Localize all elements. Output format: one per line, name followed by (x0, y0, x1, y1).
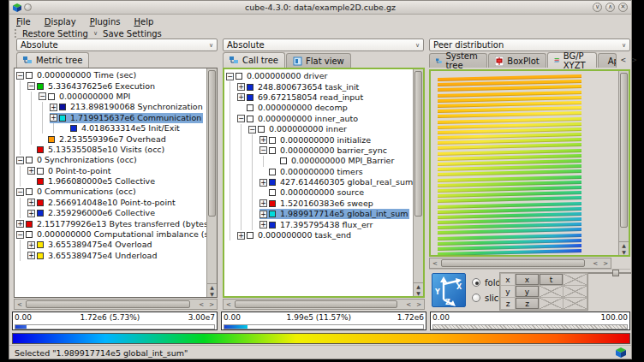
tree-row[interactable]: −0 Synchronizations (occ) (16, 155, 206, 165)
window-menu-icon[interactable] (24, 3, 32, 11)
title-bar[interactable]: cube-4.3.0: data/example2D.cube.gz ∨ ∧ ✕ (9, 1, 631, 15)
tree-row[interactable]: 0.000000000 source (226, 187, 413, 198)
slice-radio[interactable] (472, 294, 480, 302)
expand-icon[interactable]: + (237, 232, 245, 240)
tree-row[interactable]: 2.253559396e7 Overhead (16, 134, 206, 144)
expand-icon[interactable]: + (50, 114, 57, 122)
scroll-down-icon[interactable]: ▼ (210, 291, 214, 298)
restore-setting-button[interactable]: Restore Setting (22, 29, 88, 39)
scroll-up-icon[interactable]: ▲ (210, 284, 214, 291)
tree-row[interactable]: +0.000000000 initialize (226, 134, 413, 145)
expand-icon[interactable]: + (27, 210, 35, 217)
metric-vertical-scrollbar[interactable]: ▲▼ (206, 68, 217, 297)
tree-row[interactable]: 4.018633314e5 Init/Exit (16, 123, 206, 134)
tree-row[interactable]: +69.672158054 read_input (226, 92, 413, 103)
scroll-left-icon[interactable]: < (15, 301, 25, 308)
collapse-icon[interactable]: − (16, 231, 24, 239)
tree-row[interactable]: −0.000000000 inner (226, 124, 413, 134)
scroll-left-icon[interactable]: < (403, 301, 414, 308)
collapse-icon[interactable]: − (39, 92, 46, 100)
save-settings-button[interactable]: Save Settings (103, 29, 162, 39)
tab-flat-view[interactable]: Flat view (286, 53, 351, 68)
call-vertical-scrollbar[interactable]: ▲▼ (413, 69, 423, 296)
menu-help[interactable]: Help (134, 17, 153, 27)
topology-view[interactable] (431, 71, 618, 255)
call-value-mode-combobox[interactable]: Absolute∨ (223, 39, 424, 51)
scroll-right-icon[interactable]: > (600, 260, 611, 267)
collapse-icon[interactable]: − (226, 73, 234, 80)
metric-value-mode-combobox[interactable]: Absolute∨ (16, 39, 218, 51)
tree-row[interactable]: +0.000000000 task_end (226, 230, 413, 240)
fold-radio[interactable] (472, 278, 480, 287)
tree-row[interactable]: 5.135355085e10 Visits (occ) (16, 145, 206, 155)
scroll-right-icon[interactable]: > (414, 301, 424, 308)
restore-setting-dropdown-icon[interactable]: ∨ (93, 30, 98, 37)
tab-bgp-xyzt[interactable]: BG/P XYZT (547, 52, 597, 68)
tree-row[interactable]: +427.614460305 global_real_sum (226, 177, 413, 187)
minimize-button[interactable]: ∨ (593, 3, 602, 12)
tab-scroll-right-icon[interactable]: > (629, 56, 639, 65)
expand-icon[interactable]: + (237, 83, 245, 91)
scroll-left-icon[interactable]: < (196, 301, 206, 308)
tab-system-tree[interactable]: System tree (429, 53, 487, 68)
expand-icon[interactable]: + (27, 167, 35, 175)
tree-row[interactable]: 0.000000000 timers (226, 167, 413, 177)
cube-status-icon[interactable] (616, 347, 626, 358)
tree-row[interactable]: −0.000000000 Computational imbalance (se… (16, 229, 206, 240)
dim-button-z[interactable]: z (516, 298, 539, 309)
tree-row[interactable]: −0 Communications (occ) (16, 187, 206, 197)
expand-icon[interactable]: + (50, 104, 57, 111)
menu-plugins[interactable]: Plugins (90, 17, 121, 27)
menu-file[interactable]: File (16, 17, 31, 27)
call-horizontal-scrollbar[interactable]: < < > (223, 299, 425, 310)
tree-row[interactable]: +1.989917714e5 global_int_sum (226, 209, 413, 219)
collapse-icon[interactable]: − (16, 188, 24, 196)
collapse-icon[interactable]: − (237, 115, 245, 122)
tree-row[interactable]: +1.520160383e6 sweep (226, 199, 413, 209)
tree-row[interactable]: 1.966080000e5 Collective (16, 176, 206, 187)
metric-tree[interactable]: −0.000000000 Time (sec)−5.336437625e6 Ex… (15, 68, 206, 297)
expand-icon[interactable]: + (259, 136, 267, 144)
toolbar-drag-handle[interactable] (15, 29, 17, 38)
scroll-down-icon[interactable]: ▼ (622, 249, 626, 256)
menu-display[interactable]: Display (45, 17, 76, 27)
tree-row[interactable]: +2.151779926e13 Bytes transferred (bytes… (16, 218, 206, 228)
tree-row[interactable]: +2.566914048e10 Point-to-point (16, 198, 206, 208)
tab-call-tree[interactable]: Call tree (223, 52, 285, 68)
tab-scroll-left-icon[interactable]: < (619, 56, 629, 65)
tree-row[interactable]: −0.000000000 inner_auto (226, 114, 413, 124)
collapse-icon[interactable]: − (16, 72, 24, 80)
tree-row[interactable]: −0.000000000 barrier_sync (226, 145, 413, 156)
dim-button-y[interactable]: y (516, 286, 539, 297)
expand-icon[interactable]: + (259, 199, 267, 207)
expand-icon[interactable]: + (27, 241, 35, 249)
expand-icon[interactable]: + (16, 220, 24, 228)
scroll-left-icon[interactable]: < (430, 260, 440, 267)
tree-row[interactable]: −0.000000000 Time (sec) (16, 70, 206, 80)
tree-row[interactable]: 0.000000000 decomp (226, 103, 413, 113)
expand-icon[interactable]: + (237, 93, 245, 101)
collapse-icon[interactable]: − (16, 157, 24, 164)
metric-horizontal-scrollbar[interactable]: < < > (14, 299, 218, 310)
dim-button-x[interactable]: x (516, 274, 539, 285)
expand-icon[interactable]: + (259, 211, 267, 218)
scroll-down-icon[interactable]: ▼ (416, 290, 420, 297)
tree-row[interactable]: +3.655389475e4 Underload (16, 251, 206, 261)
collapse-icon[interactable]: − (259, 146, 267, 154)
tab-application[interactable]: App (598, 53, 617, 68)
axis-orientation-icon[interactable]: X Y Z (432, 273, 466, 307)
tree-row[interactable]: +248.800673654 task_init (226, 81, 413, 92)
scroll-up-icon[interactable]: ▲ (416, 283, 420, 290)
tree-row[interactable]: +0 Point-to-point (16, 166, 206, 176)
scroll-up-icon[interactable]: ▲ (622, 242, 626, 249)
call-tree[interactable]: −0.000000000 driver+248.800673654 task_i… (224, 69, 413, 296)
tree-row[interactable]: −0.000000000 MPI (16, 92, 206, 102)
collapse-icon[interactable]: − (27, 82, 35, 90)
expand-icon[interactable]: + (259, 179, 267, 187)
dim-button-t[interactable]: t (540, 274, 563, 285)
expand-icon[interactable]: + (27, 199, 35, 206)
system-value-mode-combobox[interactable]: Peer distribution∨ (429, 39, 630, 51)
tab-boxplot[interactable]: BoxPlot (488, 53, 546, 68)
expand-icon[interactable]: + (27, 252, 35, 259)
tree-row[interactable]: +17.395795438 flux_err (226, 219, 413, 229)
